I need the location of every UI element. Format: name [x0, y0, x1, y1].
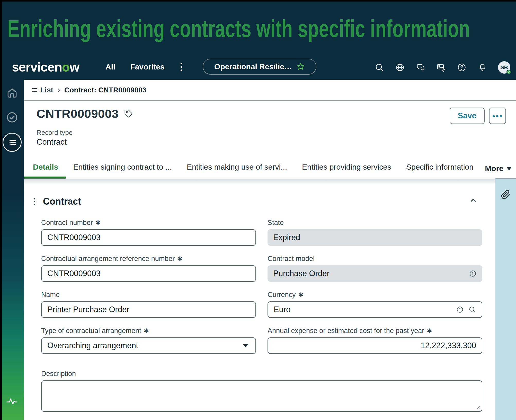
home-icon[interactable]: [6, 87, 18, 99]
online-status-icon: [506, 70, 511, 74]
tab-more-label: More: [485, 164, 503, 173]
breadcrumb-list-label: List: [40, 86, 53, 94]
field-name: Name: [41, 291, 256, 318]
breadcrumb-list-link[interactable]: List: [31, 86, 53, 94]
tab-more[interactable]: More: [485, 164, 512, 173]
avatar-initials: SB: [500, 64, 508, 71]
record-title: CNTR0009003: [37, 107, 119, 121]
description-label: Description: [41, 370, 76, 378]
main-content: List › Contract: CNTR0009003 CNTR0009003…: [24, 80, 516, 420]
save-button[interactable]: Save: [450, 108, 485, 124]
lookup-search-icon[interactable]: [468, 306, 476, 313]
field-state: State Expired: [268, 219, 482, 246]
servicenow-logo[interactable]: servicenow: [12, 60, 79, 75]
nav-more-menu-icon[interactable]: [180, 62, 183, 72]
section-collapse-chevron-up-icon[interactable]: [469, 196, 477, 204]
record-tabs: Details Entities signing contract to ...…: [33, 163, 474, 171]
user-avatar[interactable]: SB: [498, 61, 510, 74]
annual-expense-label: Annual expense or estimated cost for the…: [268, 327, 424, 335]
required-marker: ✱: [144, 327, 149, 335]
required-marker: ✱: [177, 255, 182, 262]
breadcrumb-current: Contract: CNTR0009003: [64, 86, 146, 94]
select-caret-icon: [243, 344, 248, 347]
record-type-value: Contract: [37, 137, 67, 147]
tab-specific-information[interactable]: Specific information: [406, 163, 474, 171]
page-headline: Enriching existing contracts with specif…: [7, 15, 470, 43]
context-pill-label: Operational Resilie…: [214, 62, 292, 71]
brand-text-pre: servicen: [12, 60, 62, 74]
help-icon[interactable]: [457, 63, 467, 72]
search-icon[interactable]: [375, 63, 384, 72]
context-picker[interactable]: Operational Resilie…: [203, 59, 316, 75]
arrangement-type-label: Type of contractual arrangement: [41, 327, 141, 335]
tab-entities-providing[interactable]: Entities providing services: [302, 163, 391, 171]
breadcrumb-separator: ›: [57, 85, 60, 94]
name-input[interactable]: [41, 301, 256, 318]
top-letterbox: [0, 0, 516, 2]
contract-number-label: Contract number: [41, 219, 93, 227]
required-marker: ✱: [427, 327, 432, 335]
arrangement-type-select[interactable]: Overarching arrangement: [41, 337, 256, 354]
chevron-down-icon: [506, 167, 512, 170]
section-drag-handle-icon[interactable]: [33, 197, 36, 206]
info-icon[interactable]: [469, 270, 477, 277]
brand-text-post: w: [69, 60, 79, 74]
name-label: Name: [41, 291, 60, 299]
currency-label: Currency: [268, 291, 296, 299]
globe-icon[interactable]: [395, 63, 405, 72]
tag-icon[interactable]: [124, 109, 133, 118]
tabs-shadow: [24, 179, 516, 184]
description-textarea[interactable]: [41, 380, 482, 412]
reference-number-input[interactable]: [41, 265, 256, 282]
tab-details[interactable]: Details: [33, 163, 58, 171]
utility-icons: SB: [375, 61, 510, 74]
paperclip-icon[interactable]: [501, 190, 511, 420]
nav-all[interactable]: All: [105, 63, 115, 71]
required-marker: ✱: [95, 219, 101, 226]
brand-o: o: [62, 60, 70, 74]
required-marker: ✱: [298, 291, 304, 299]
field-description: Description: [41, 370, 482, 412]
screenshot-cursor-icon[interactable]: [436, 63, 446, 72]
field-reference-number: Contractual arrangement reference number…: [41, 255, 256, 282]
reference-number-label: Contractual arrangement reference number: [41, 255, 175, 263]
more-actions-button[interactable]: ●●●: [489, 108, 506, 124]
primary-nav: All Favorites: [105, 62, 183, 72]
record-type-label: Record type: [37, 129, 73, 137]
field-contract-model: Contract model Purchase Order: [268, 255, 482, 282]
record-actions: Save ●●●: [450, 108, 506, 124]
resize-handle-icon[interactable]: [476, 406, 480, 410]
state-label: State: [268, 219, 284, 227]
field-contract-number: Contract number ✱: [41, 219, 256, 246]
nav-favorites[interactable]: Favorites: [130, 63, 164, 71]
section-title: Contract: [43, 196, 81, 207]
left-letterbox: [0, 0, 2, 420]
record-title-row: CNTR0009003: [37, 107, 133, 121]
chat-icon[interactable]: [416, 63, 425, 72]
favorite-star-icon[interactable]: [297, 63, 305, 71]
tab-entities-signing[interactable]: Entities signing contract to ...: [73, 163, 172, 171]
active-tab-underline: [24, 177, 66, 179]
field-arrangement-type: Type of contractual arrangement ✱ Overar…: [41, 327, 256, 354]
contract-number-input[interactable]: [41, 229, 256, 246]
currency-reference-input[interactable]: Euro: [268, 301, 482, 318]
list-menu-active-icon[interactable]: [3, 133, 22, 152]
tasks-check-icon[interactable]: [6, 111, 18, 124]
contract-model-value: Purchase Order: [268, 265, 482, 282]
tab-entities-making-use[interactable]: Entities making use of servi...: [187, 163, 287, 171]
section-header: Contract: [33, 196, 81, 207]
info-icon[interactable]: [456, 306, 464, 313]
annual-expense-input[interactable]: [268, 337, 482, 354]
attachment-sidebar: [495, 178, 516, 420]
breadcrumb: List › Contract: CNTR0009003: [24, 80, 516, 101]
list-icon: [31, 87, 38, 93]
contract-model-label: Contract model: [268, 255, 315, 263]
state-value: Expired: [268, 229, 482, 246]
page: Enriching existing contracts with specif…: [0, 0, 516, 420]
field-currency: Currency ✱ Euro: [268, 291, 482, 318]
contract-form: Contract number ✱ State Expired Contr: [41, 219, 482, 412]
left-sidebar: [0, 80, 24, 420]
notifications-bell-icon[interactable]: [477, 63, 487, 72]
field-annual-expense: Annual expense or estimated cost for the…: [268, 327, 482, 354]
health-pulse-icon[interactable]: [6, 396, 18, 407]
